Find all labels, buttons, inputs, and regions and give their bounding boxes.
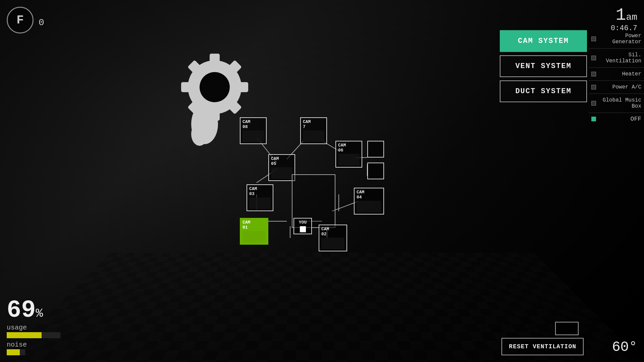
noise-bar-container bbox=[7, 349, 25, 355]
time-display: 1am 0:46.7 bbox=[611, 7, 637, 33]
svg-point-12 bbox=[203, 77, 216, 94]
heater-indicator bbox=[591, 72, 596, 76]
system-panel: CAM SYSTEM VENT SYSTEM DUCT SYSTEM bbox=[500, 30, 587, 102]
power-percent: 69 bbox=[7, 297, 36, 324]
usage-bar-container bbox=[7, 332, 60, 338]
subsystem-global-music-box[interactable]: Global Music Box bbox=[589, 94, 644, 113]
svg-rect-4 bbox=[181, 82, 195, 92]
power-ac-label: Power A/C bbox=[599, 84, 641, 90]
subsystem-power-generator[interactable]: Power Generator bbox=[589, 29, 644, 49]
cam-right-top-node[interactable] bbox=[367, 141, 384, 158]
cam-03-node[interactable]: CAM03 bbox=[247, 184, 273, 211]
subsystem-panel: Power Generator Sil. Ventilation Heater … bbox=[589, 29, 644, 125]
svg-rect-5 bbox=[235, 82, 248, 92]
cam-07-node[interactable]: CAM7 bbox=[300, 117, 327, 144]
cam-04-node[interactable]: CAM04 bbox=[354, 188, 384, 215]
cam-01-node[interactable]: CAM01 bbox=[240, 218, 268, 245]
cam-right-mid-node[interactable] bbox=[367, 163, 384, 179]
off-indicator bbox=[591, 117, 596, 121]
subsystem-sil-ventilation[interactable]: Sil. Ventilation bbox=[589, 49, 644, 68]
power-generator-label: Power Generator bbox=[599, 33, 641, 45]
noise-bar bbox=[7, 349, 20, 355]
music-box-label: Global Music Box bbox=[599, 97, 641, 109]
score-display: 0 bbox=[39, 17, 44, 28]
temperature-display: 60° bbox=[612, 339, 637, 355]
svg-point-11 bbox=[191, 122, 208, 146]
camera-map: CAM08 CAM7 CAM06 CAM05 CAM04 CAM03 YOU C… bbox=[228, 107, 409, 268]
svg-rect-2 bbox=[210, 54, 220, 67]
reset-ventilation-button[interactable]: RESET VENTILATION bbox=[501, 338, 584, 355]
subsystem-heater[interactable]: Heater bbox=[589, 68, 644, 81]
vent-system-button[interactable]: VENT SYSTEM bbox=[500, 55, 587, 77]
time-hour: 1 bbox=[615, 5, 626, 25]
power-symbol: % bbox=[36, 307, 43, 320]
noise-label: noise bbox=[7, 341, 60, 349]
cam-08-node[interactable]: CAM08 bbox=[240, 117, 267, 144]
heater-label: Heater bbox=[599, 71, 641, 77]
usage-label: usage bbox=[7, 324, 60, 331]
music-box-indicator bbox=[591, 101, 596, 106]
subsystem-power-ac[interactable]: Power A/C bbox=[589, 81, 644, 94]
mini-cam-box bbox=[555, 322, 579, 335]
cam-system-button[interactable]: CAM SYSTEM bbox=[500, 30, 587, 52]
cam-02-node[interactable]: CAM02 bbox=[319, 225, 347, 251]
power-display: 69% bbox=[7, 298, 60, 322]
off-label: OFF bbox=[599, 116, 641, 122]
sil-ventilation-label: Sil. Ventilation bbox=[599, 52, 641, 64]
usage-bar bbox=[7, 332, 42, 338]
cam-05-node[interactable]: CAM05 bbox=[268, 154, 295, 181]
power-generator-indicator bbox=[591, 37, 596, 41]
duct-system-button[interactable]: DUCT SYSTEM bbox=[500, 80, 587, 102]
sil-ventilation-indicator bbox=[591, 56, 596, 60]
power-ac-indicator bbox=[591, 85, 596, 89]
you-node: YOU bbox=[293, 218, 312, 234]
stats-panel: 69% usage noise bbox=[7, 298, 60, 355]
game-logo: F bbox=[7, 7, 34, 34]
you-dot bbox=[300, 226, 306, 232]
cam-06-node[interactable]: CAM06 bbox=[335, 141, 362, 168]
time-suffix: am bbox=[626, 12, 637, 22]
subsystem-off-row[interactable]: OFF bbox=[589, 113, 644, 125]
